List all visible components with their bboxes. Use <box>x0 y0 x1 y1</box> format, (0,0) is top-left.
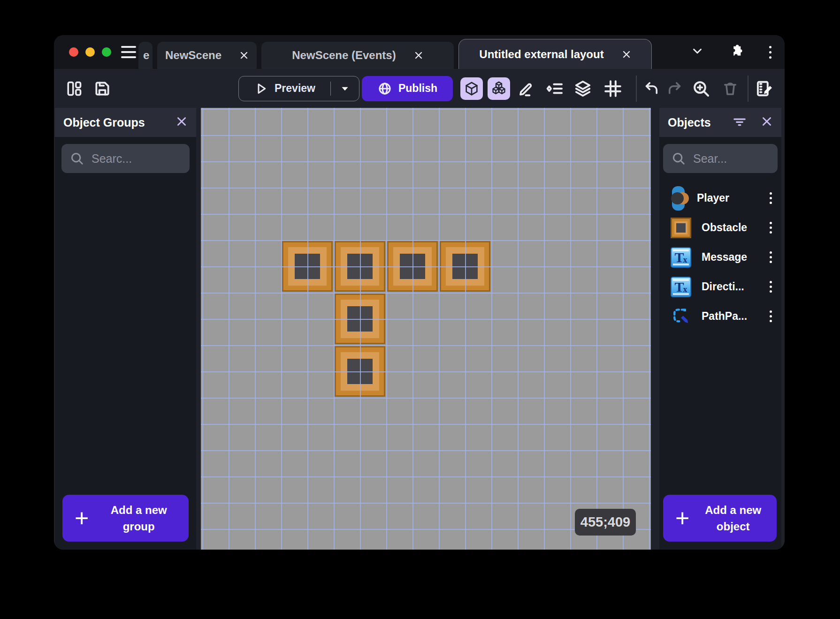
close-tab-icon[interactable] <box>239 51 249 60</box>
object-menu-button[interactable] <box>767 189 775 207</box>
filter-icon[interactable] <box>733 114 747 130</box>
object-groups-search[interactable] <box>61 144 190 173</box>
delete-trash-icon[interactable] <box>720 79 740 98</box>
text-object-icon: Tx <box>671 277 691 297</box>
obstacle-instance[interactable] <box>335 294 385 344</box>
instances-mode-button[interactable] <box>488 77 510 100</box>
object-row-message[interactable]: Tx Message <box>659 242 781 272</box>
object-mode-button[interactable] <box>460 77 483 100</box>
object-groups-panel: Object Groups + Add a new group <box>55 108 196 550</box>
object-menu-button[interactable] <box>767 249 775 266</box>
extensions-puzzle-icon[interactable] <box>728 44 743 60</box>
add-group-button[interactable]: + Add a new group <box>62 495 189 542</box>
tab-newscene-events[interactable]: NewScene (Events) <box>261 42 454 69</box>
text-object-icon: Tx <box>671 247 691 268</box>
tabbar-actions <box>690 35 774 69</box>
layers-icon[interactable] <box>573 79 593 98</box>
close-panel-icon[interactable] <box>176 115 188 129</box>
tab-label: NewScene <box>165 49 221 62</box>
object-name: Player <box>697 192 767 204</box>
project-manager-icon[interactable] <box>64 79 84 98</box>
toolbar-divider <box>636 75 637 102</box>
redo-icon[interactable] <box>665 79 685 98</box>
publish-label: Publish <box>398 82 437 95</box>
obstacle-instance[interactable] <box>335 346 385 397</box>
instances-list-icon[interactable] <box>545 79 565 98</box>
tab-clipped[interactable]: e <box>138 42 153 69</box>
tab-label: Untitled external layout <box>479 48 603 61</box>
main-menu-icon[interactable] <box>121 46 136 58</box>
close-window-button[interactable] <box>69 47 78 57</box>
object-row-player[interactable]: Player <box>659 183 781 213</box>
add-group-label: group <box>123 520 155 533</box>
edit-scene-events-icon[interactable] <box>755 79 775 98</box>
add-group-label: Add a new <box>111 504 167 516</box>
tab-label: e <box>143 49 149 62</box>
search-input[interactable] <box>693 152 769 166</box>
grid-overlay <box>201 108 651 550</box>
add-object-label: object <box>717 520 750 533</box>
cube-icon <box>464 81 480 97</box>
editor-content: Object Groups + Add a new group <box>54 108 785 550</box>
object-name: Obstacle <box>702 221 767 234</box>
app-window: e NewScene NewScene (Events) Untitled ex… <box>54 35 785 550</box>
globe-icon <box>377 81 392 96</box>
zoom-in-icon[interactable] <box>691 79 711 98</box>
panel-title: Objects <box>668 116 733 129</box>
object-row-pathpaint[interactable]: PathPa... <box>659 302 781 331</box>
publish-button[interactable]: Publish <box>362 76 453 101</box>
undo-icon[interactable] <box>641 79 661 98</box>
search-input[interactable] <box>92 152 181 166</box>
preview-dropdown-button[interactable] <box>331 83 359 95</box>
grid-icon[interactable] <box>603 79 623 98</box>
object-groups-header: Object Groups <box>55 108 196 137</box>
object-name: PathPa... <box>702 310 767 323</box>
add-object-button[interactable]: + Add a new object <box>663 495 777 542</box>
tab-newscene[interactable]: NewScene <box>157 42 257 69</box>
objects-search[interactable] <box>663 144 778 173</box>
tab-strip: e NewScene NewScene (Events) Untitled ex… <box>138 39 652 69</box>
maximize-window-button[interactable] <box>102 47 111 57</box>
obstacle-instance[interactable] <box>335 241 385 292</box>
minimize-window-button[interactable] <box>85 47 95 57</box>
preview-button-main[interactable]: Preview <box>239 82 331 96</box>
search-icon <box>70 151 84 166</box>
object-name: Directi... <box>702 280 767 293</box>
close-tab-icon[interactable] <box>414 51 423 60</box>
obstacle-instance[interactable] <box>282 241 333 292</box>
objects-list: Player Obstacle Tx Message <box>659 183 781 331</box>
object-menu-button[interactable] <box>767 308 775 325</box>
toolbar: Preview Publish <box>54 69 785 108</box>
canvas[interactable]: 455;409 <box>201 108 651 550</box>
chevron-down-icon[interactable] <box>690 44 704 60</box>
close-tab-icon[interactable] <box>622 50 631 59</box>
object-menu-button[interactable] <box>767 219 775 236</box>
object-row-obstacle[interactable]: Obstacle <box>659 213 781 242</box>
save-icon[interactable] <box>92 79 112 98</box>
more-options-icon[interactable] <box>766 43 774 61</box>
tab-bar: e NewScene NewScene (Events) Untitled ex… <box>54 35 785 69</box>
object-row-direction[interactable]: Tx Directi... <box>659 272 781 302</box>
cursor-coordinates-badge: 455;409 <box>575 509 636 536</box>
close-panel-icon[interactable] <box>761 115 773 129</box>
objects-panel: Objects <box>659 108 781 550</box>
search-icon <box>672 151 686 166</box>
object-menu-button[interactable] <box>767 278 775 295</box>
tab-untitled-external-layout[interactable]: Untitled external layout <box>458 39 652 69</box>
play-icon <box>254 82 268 96</box>
obstacle-instance[interactable] <box>387 241 438 292</box>
preview-label: Preview <box>275 82 315 95</box>
edit-pencil-icon[interactable] <box>517 79 536 98</box>
tab-label: NewScene (Events) <box>292 49 396 62</box>
preview-button[interactable]: Preview <box>238 76 359 101</box>
add-object-label: Add a new <box>705 504 761 516</box>
window-controls <box>69 47 111 57</box>
object-name: Message <box>702 251 767 264</box>
obstacle-instance[interactable] <box>440 241 490 292</box>
obstacle-tile-icon <box>671 218 691 238</box>
objects-header: Objects <box>659 108 781 137</box>
toolbar-divider <box>748 75 748 102</box>
panel-title: Object Groups <box>63 116 176 129</box>
path-paint-icon <box>671 306 691 327</box>
dropdown-caret-icon <box>339 83 351 95</box>
